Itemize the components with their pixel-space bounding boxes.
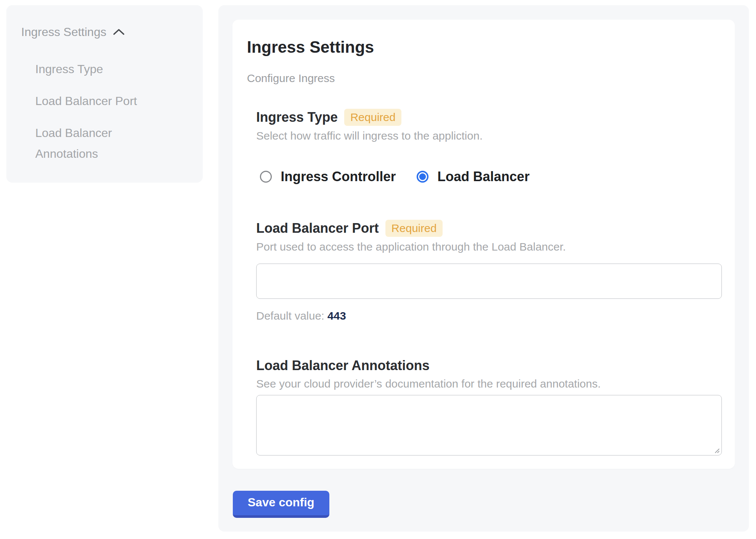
sidebar-items: Ingress Type Load Balancer Port Load Bal… xyxy=(21,59,188,164)
radio-selected-icon[interactable] xyxy=(417,171,428,183)
section-load-balancer-annotations: Load Balancer Annotations See your cloud… xyxy=(256,357,722,455)
radio-label-load-balancer: Load Balancer xyxy=(437,169,529,185)
ingress-settings-card: Ingress Settings Configure Ingress Ingre… xyxy=(232,20,735,469)
default-value: 443 xyxy=(328,310,346,322)
chevron-up-icon[interactable] xyxy=(113,28,125,36)
ingress-type-description: Select how traffic will ingress to the a… xyxy=(256,129,722,143)
page: Ingress Settings Ingress Type Load Balan… xyxy=(0,0,756,539)
main-panel: Ingress Settings Configure Ingress Ingre… xyxy=(218,5,749,532)
resize-handle-icon[interactable] xyxy=(713,446,720,454)
default-value-line: Default value: 443 xyxy=(256,309,722,323)
default-value-label: Default value: xyxy=(256,310,324,322)
required-badge: Required xyxy=(385,220,443,237)
sidebar-item-ingress-type[interactable]: Ingress Type xyxy=(35,59,173,79)
ingress-type-label: Ingress Type xyxy=(256,109,338,125)
ingress-type-heading-row: Ingress Type Required xyxy=(256,109,722,126)
load-balancer-port-label: Load Balancer Port xyxy=(256,220,379,236)
load-balancer-annotations-heading-row: Load Balancer Annotations xyxy=(256,357,722,374)
sidebar-group-label: Ingress Settings xyxy=(21,22,106,42)
load-balancer-port-description: Port used to access the application thro… xyxy=(256,240,722,254)
radio-option-ingress-controller[interactable]: Ingress Controller xyxy=(260,169,396,185)
radio-unselected-icon[interactable] xyxy=(260,171,272,183)
load-balancer-port-heading-row: Load Balancer Port Required xyxy=(256,220,722,237)
sidebar-item-load-balancer-annotations[interactable]: Load Balancer Annotations xyxy=(35,122,173,164)
sidebar-item-load-balancer-port[interactable]: Load Balancer Port xyxy=(35,91,173,111)
load-balancer-annotations-description: See your cloud provider’s documentation … xyxy=(256,377,722,391)
section-ingress-type: Ingress Type Required Select how traffic… xyxy=(256,109,722,185)
ingress-type-radio-group: Ingress Controller Load Balancer xyxy=(260,169,722,185)
required-badge: Required xyxy=(344,109,401,126)
settings-nav-sidebar: Ingress Settings Ingress Type Load Balan… xyxy=(6,5,203,183)
section-load-balancer-port: Load Balancer Port Required Port used to… xyxy=(256,220,722,323)
sidebar-group-ingress-settings[interactable]: Ingress Settings xyxy=(21,22,188,42)
form-sections: Ingress Type Required Select how traffic… xyxy=(256,109,722,455)
radio-label-ingress-controller: Ingress Controller xyxy=(281,169,396,185)
save-config-button[interactable]: Save config xyxy=(233,491,329,518)
load-balancer-annotations-field xyxy=(256,395,722,455)
load-balancer-port-input[interactable] xyxy=(256,264,722,299)
radio-option-load-balancer[interactable]: Load Balancer xyxy=(417,169,529,185)
load-balancer-annotations-textarea[interactable] xyxy=(256,395,722,455)
load-balancer-annotations-label: Load Balancer Annotations xyxy=(256,357,430,374)
page-title: Ingress Settings xyxy=(247,37,722,57)
page-subtitle: Configure Ingress xyxy=(247,72,722,85)
